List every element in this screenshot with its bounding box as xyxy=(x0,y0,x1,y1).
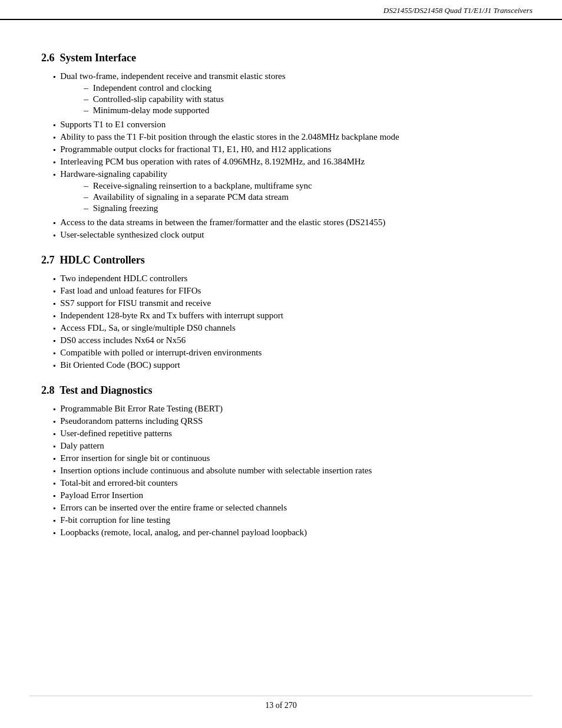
list-item-text: SS7 support for FISU transmit and receiv… xyxy=(60,298,521,308)
list-item: DS0 access includes Nx64 or Nx56 xyxy=(41,335,521,345)
list-item: Access to the data streams in between th… xyxy=(41,218,521,228)
section-heading-system-interface: 2.6 System Interface xyxy=(41,52,521,64)
list-item: Supports T1 to E1 conversion xyxy=(41,120,521,130)
list-item-text: Fast load and unload features for FIFOs xyxy=(60,286,521,296)
list-item-text: Hardware-signaling capability xyxy=(60,169,167,179)
bullet-list-hdlc-controllers: Two independent HDLC controllersFast loa… xyxy=(41,274,521,370)
list-item: Payload Error Insertion xyxy=(41,490,521,500)
list-item: Pseudorandom patterns including QRSS xyxy=(41,416,521,426)
list-item-text: Programmable Bit Error Rate Testing (BER… xyxy=(60,404,521,414)
list-item-text: Independent 128-byte Rx and Tx buffers w… xyxy=(60,311,521,321)
list-item: Signaling freezing xyxy=(60,203,312,213)
list-item-text: Dual two-frame, independent receive and … xyxy=(60,71,285,81)
bullet-list-test-diagnostics: Programmable Bit Error Rate Testing (BER… xyxy=(41,404,521,538)
list-item-text: Programmable output clocks for fractiona… xyxy=(60,144,521,154)
list-item: Programmable Bit Error Rate Testing (BER… xyxy=(41,404,521,414)
list-item: Error insertion for single bit or contin… xyxy=(41,453,521,463)
section-heading-test-diagnostics: 2.8 Test and Diagnostics xyxy=(41,384,521,397)
list-item-text: Interleaving PCM bus operation with rate… xyxy=(60,157,521,167)
list-item-text: F-bit corruption for line testing xyxy=(60,515,521,525)
list-item-text: DS0 access includes Nx64 or Nx56 xyxy=(60,335,521,345)
list-item-text: Total-bit and errored-bit counters xyxy=(60,478,521,488)
document-title: DS21455/DS21458 Quad T1/E1/J1 Transceive… xyxy=(384,6,533,15)
list-item: Bit Oriented Code (BOC) support xyxy=(41,360,521,370)
list-item-text: Payload Error Insertion xyxy=(60,490,521,500)
list-item: Controlled-slip capability with status xyxy=(60,94,285,104)
list-item: Fast load and unload features for FIFOs xyxy=(41,286,521,296)
list-item-text: Insertion options include continuous and… xyxy=(60,466,521,476)
list-item: Dual two-frame, independent receive and … xyxy=(41,71,521,117)
list-item-text: Access FDL, Sa, or single/multiple DS0 c… xyxy=(60,323,521,333)
list-item: Two independent HDLC controllers xyxy=(41,274,521,284)
list-item: User-selectable synthesized clock output xyxy=(41,230,521,240)
list-item: Insertion options include continuous and… xyxy=(41,466,521,476)
list-item-text: Error insertion for single bit or contin… xyxy=(60,453,521,463)
list-item: Independent control and clocking xyxy=(60,83,285,93)
list-item-text: Pseudorandom patterns including QRSS xyxy=(60,416,521,426)
list-item-text: Bit Oriented Code (BOC) support xyxy=(60,360,521,370)
list-item-text: Daly pattern xyxy=(60,441,521,451)
list-item: Hardware-signaling capabilityReceive-sig… xyxy=(41,169,521,215)
sub-item-text: Minimum-delay mode supported xyxy=(93,106,286,116)
list-item: Daly pattern xyxy=(41,441,521,451)
page-footer: 13 of 270 xyxy=(29,696,533,710)
list-item: Access FDL, Sa, or single/multiple DS0 c… xyxy=(41,323,521,333)
sub-item-text: Controlled-slip capability with status xyxy=(93,94,286,104)
list-item-text: Compatible with polled or interrupt-driv… xyxy=(60,348,521,358)
page-header: DS21455/DS21458 Quad T1/E1/J1 Transceive… xyxy=(0,0,562,20)
list-item-text: Supports T1 to E1 conversion xyxy=(60,120,521,130)
section-heading-hdlc-controllers: 2.7 HDLC Controllers xyxy=(41,254,521,266)
sub-list: Receive-signaling reinsertion to a backp… xyxy=(60,181,312,213)
list-item: User-defined repetitive patterns xyxy=(41,429,521,439)
list-item: Errors can be inserted over the entire f… xyxy=(41,503,521,513)
list-item: Ability to pass the T1 F-bit position th… xyxy=(41,132,521,142)
page-content: 2.6 System InterfaceDual two-frame, inde… xyxy=(0,20,562,566)
list-item: Compatible with polled or interrupt-driv… xyxy=(41,348,521,358)
list-item-text: Errors can be inserted over the entire f… xyxy=(60,503,521,513)
list-item-text: User-defined repetitive patterns xyxy=(60,429,521,439)
sub-item-text: Signaling freezing xyxy=(93,203,312,213)
item-wrapper: Dual two-frame, independent receive and … xyxy=(60,71,285,117)
list-item: Independent 128-byte Rx and Tx buffers w… xyxy=(41,311,521,321)
list-item-text: User-selectable synthesized clock output xyxy=(60,230,521,240)
sub-item-text: Availability of signaling in a separate … xyxy=(93,192,312,202)
sub-item-text: Receive-signaling reinsertion to a backp… xyxy=(93,181,312,191)
page: DS21455/DS21458 Quad T1/E1/J1 Transceive… xyxy=(0,0,562,728)
bullet-list-system-interface: Dual two-frame, independent receive and … xyxy=(41,71,521,240)
list-item-text: Two independent HDLC controllers xyxy=(60,274,521,284)
list-item-text: Ability to pass the T1 F-bit position th… xyxy=(60,132,521,142)
page-number: 13 of 270 xyxy=(265,701,297,710)
list-item-text: Loopbacks (remote, local, analog, and pe… xyxy=(60,528,521,538)
list-item: Receive-signaling reinsertion to a backp… xyxy=(60,181,312,191)
list-item: Programmable output clocks for fractiona… xyxy=(41,144,521,154)
list-item: F-bit corruption for line testing xyxy=(41,515,521,525)
list-item: Availability of signaling in a separate … xyxy=(60,192,312,202)
list-item: Loopbacks (remote, local, analog, and pe… xyxy=(41,528,521,538)
list-item: Minimum-delay mode supported xyxy=(60,106,285,116)
sub-item-text: Independent control and clocking xyxy=(93,83,286,93)
sub-list: Independent control and clockingControll… xyxy=(60,83,285,116)
item-wrapper: Hardware-signaling capabilityReceive-sig… xyxy=(60,169,312,215)
list-item: SS7 support for FISU transmit and receiv… xyxy=(41,298,521,308)
list-item: Total-bit and errored-bit counters xyxy=(41,478,521,488)
list-item: Interleaving PCM bus operation with rate… xyxy=(41,157,521,167)
list-item-text: Access to the data streams in between th… xyxy=(60,218,521,228)
